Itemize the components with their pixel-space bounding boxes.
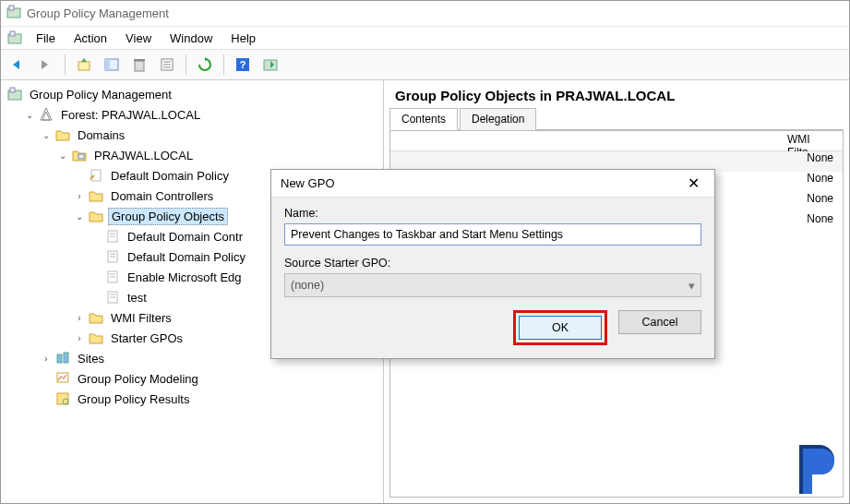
collapse-icon[interactable]: ⌄ [56,149,69,162]
menu-file[interactable]: File [27,30,65,47]
svg-marker-7 [81,58,87,62]
tree-root[interactable]: Group Policy Management [5,84,381,104]
tree-forest-label: Forest: PRAJWAL.LOCAL [58,107,203,123]
window-title: Group Policy Management [27,6,169,20]
name-input[interactable] [284,223,701,246]
gpo-link-icon [88,168,104,183]
svg-rect-11 [134,59,145,61]
svg-rect-39 [57,354,62,363]
cancel-button[interactable]: Cancel [618,310,701,334]
tab-contents[interactable]: Contents [389,108,458,130]
tree-gpr[interactable]: Group Policy Results [38,389,381,409]
tree-root-label: Group Policy Management [27,87,174,102]
app-window: Group Policy Management File Action View… [0,0,850,504]
folder-icon [88,311,104,324]
svg-rect-26 [91,170,101,181]
tab-delegation[interactable]: Delegation [460,108,536,130]
name-label: Name: [284,207,701,220]
app-icon [6,5,21,22]
new-gpo-dialog: New GPO ✕ Name: Source Starter GPO: (non… [270,169,715,359]
ou-icon [88,189,104,202]
refresh-button[interactable] [193,53,217,77]
tree-domains[interactable]: ⌄ Domains [38,125,381,145]
gpo-icon [104,229,121,244]
svg-rect-22 [10,88,15,92]
sites-icon [54,351,71,366]
source-starter-combo[interactable]: (none) ▾ [284,273,701,297]
toolbar-sep [65,54,66,75]
gpm-icon [6,87,23,102]
tree-forest[interactable]: ⌄ Forest: PRAJWAL.LOCAL [21,104,381,125]
gpo-icon [104,249,121,264]
tree-gpm[interactable]: Group Policy Modeling [38,368,381,389]
svg-text:?: ? [240,59,246,70]
column-headers: WMI Filte [390,131,843,151]
right-header: Group Policy Objects in PRAJWAL.LOCAL [384,80,849,107]
folder-icon [88,331,104,344]
forest-icon [38,107,54,122]
svg-marker-5 [42,60,48,69]
col-wmi[interactable]: WMI Filte [778,131,843,150]
menu-help[interactable]: Help [221,30,265,47]
dialog-titlebar[interactable]: New GPO ✕ [271,170,714,198]
collapse-icon[interactable]: ⌄ [23,108,36,121]
properties-button[interactable] [155,53,179,77]
svg-rect-3 [10,31,15,36]
folder-icon [54,128,71,141]
forward-button[interactable] [34,53,58,77]
menu-action[interactable]: Action [65,30,116,47]
ok-highlight: OK [513,310,607,345]
collapse-icon[interactable]: ⌄ [40,128,53,141]
chevron-down-icon: ▾ [688,279,695,293]
gpo-icon [104,290,121,305]
expand-icon[interactable]: › [73,311,86,324]
svg-marker-4 [13,60,19,69]
toolbar-sep-3 [223,54,224,75]
svg-rect-10 [135,61,144,71]
modeling-icon [54,371,71,386]
menu-view[interactable]: View [116,30,161,47]
up-button[interactable] [72,53,96,77]
tree-domains-label: Domains [75,127,127,143]
back-button[interactable] [6,53,30,77]
dialog-body: Name: Source Starter GPO: (none) ▾ [271,198,714,299]
export-button[interactable] [258,53,282,77]
svg-rect-25 [78,154,84,159]
toolbar-sep-2 [186,54,186,75]
show-hide-button[interactable] [100,53,124,77]
svg-rect-1 [9,6,14,10]
expand-icon[interactable]: › [73,189,86,202]
gpo-icon [104,270,121,284]
svg-rect-40 [64,353,68,363]
tree-domain[interactable]: ⌄ PRAJWAL.LOCAL [54,145,381,165]
expand-icon[interactable]: › [73,331,86,344]
menubar: File Action View Window Help [1,27,849,49]
tree-domain-label: PRAJWAL.LOCAL [91,148,196,163]
toolbar: ? [1,49,849,80]
results-icon [54,391,71,406]
expand-icon[interactable]: › [40,352,53,365]
collapse-icon[interactable]: ⌄ [73,210,86,222]
folder-icon [88,210,104,222]
tree-gpo-label: Group Policy Objects [108,208,228,225]
domain-icon [71,149,88,162]
svg-rect-6 [78,62,90,70]
system-menu-icon[interactable] [6,30,23,45]
dialog-buttons: OK Cancel [271,299,714,358]
combo-value: (none) [291,279,324,292]
tabs: Contents Delegation [389,107,844,130]
close-icon[interactable]: ✕ [682,174,705,193]
delete-button[interactable] [127,53,151,77]
menu-window[interactable]: Window [161,30,221,47]
svg-rect-9 [105,59,110,70]
help-button[interactable]: ? [231,53,255,77]
dialog-title: New GPO [281,176,335,190]
right-title: Group Policy Objects in PRAJWAL.LOCAL [395,88,838,103]
source-label: Source Starter GPO: [284,257,701,270]
ok-button[interactable]: OK [519,316,602,340]
titlebar: Group Policy Management [1,1,849,27]
svg-marker-23 [41,108,52,120]
